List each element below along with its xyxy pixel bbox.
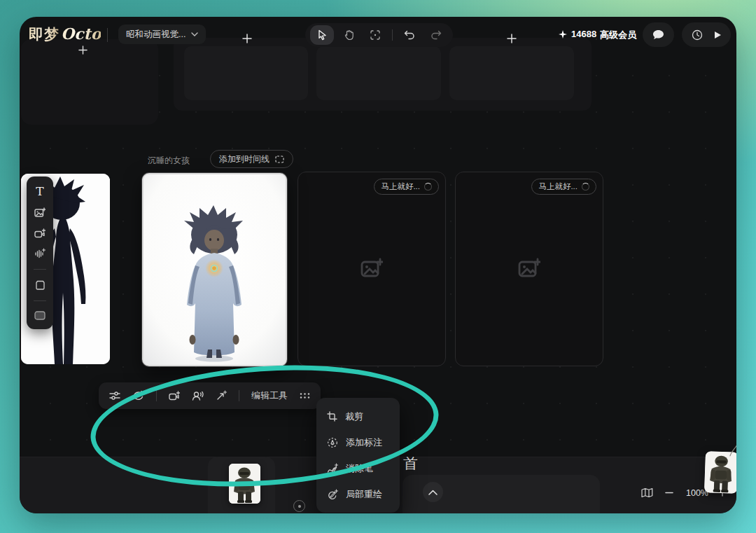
app-window: 即梦 Octo 昭和动画视觉... <box>20 17 736 513</box>
ghost-panel-top[interactable] <box>174 38 592 111</box>
add-node-button-left[interactable] <box>242 34 252 43</box>
text-tool-button[interactable]: T <box>36 186 43 198</box>
selection-action-toolbar: 编辑工具 <box>99 382 321 409</box>
map-icon <box>641 487 653 498</box>
menu-item-annotate[interactable]: 添加标注 <box>316 429 400 455</box>
image-to-video-button[interactable] <box>169 391 180 401</box>
generating-card[interactable]: 马上就好... <box>455 172 603 366</box>
add-to-timeline-button[interactable]: 添加到时间线 <box>210 150 293 168</box>
generating-badge-label: 马上就好... <box>538 181 578 192</box>
canvas-origin-marker <box>293 500 305 512</box>
plus-icon <box>242 34 252 43</box>
crop-icon <box>327 411 337 422</box>
pan-tool-button[interactable] <box>337 25 360 45</box>
image-placeholder-icon <box>518 258 540 280</box>
logo-cjk: 即梦 <box>29 25 59 44</box>
redo-icon <box>430 30 442 40</box>
more-options-button[interactable] <box>300 392 310 399</box>
ghost-slot <box>184 46 308 100</box>
membership-label[interactable]: 高级会员 <box>600 29 636 41</box>
timeline-frame-icon <box>275 155 284 163</box>
add-node-button-right[interactable] <box>507 34 517 43</box>
tools-divider <box>392 29 393 41</box>
project-selector[interactable]: 昭和动画视觉... <box>118 25 206 44</box>
menu-item-label: 局部重绘 <box>346 488 382 501</box>
app-logo: 即梦 Octo <box>29 25 101 44</box>
generating-badge: 马上就好... <box>374 179 439 195</box>
collapse-panel-button[interactable] <box>423 482 443 502</box>
add-to-timeline-label: 添加到时间线 <box>219 153 270 165</box>
add-audio-button[interactable] <box>34 248 46 259</box>
menu-item-label: 消除笔 <box>346 462 373 475</box>
topbar-divider <box>107 28 108 42</box>
chat-bubble-icon <box>652 29 664 40</box>
zoom-out-button[interactable] <box>665 492 673 494</box>
soldier-thumbnail-illustration <box>704 451 736 494</box>
toolbar-divider <box>156 390 157 401</box>
add-icon[interactable] <box>78 46 88 55</box>
menu-item-crop[interactable]: 裁剪 <box>316 403 400 429</box>
focus-icon <box>370 29 381 41</box>
sparkle-icon <box>559 30 567 39</box>
image-placeholder-icon <box>360 258 383 280</box>
minus-icon <box>665 492 673 494</box>
plus-icon <box>507 34 517 43</box>
chevron-up-icon <box>428 490 438 495</box>
annotate-icon <box>327 437 338 448</box>
redo-button[interactable] <box>424 25 448 45</box>
canvas-tools-pill <box>305 23 453 47</box>
select-tool-button[interactable] <box>310 25 334 45</box>
rail-divider <box>34 269 46 270</box>
minimap-button[interactable] <box>641 487 653 498</box>
edit-tools-menu: 裁剪 添加标注 消除笔 局部重绘 <box>316 398 400 513</box>
rail-divider <box>34 300 46 301</box>
menu-item-inpaint[interactable]: 局部重绘 <box>316 481 400 507</box>
spinner-icon <box>582 183 589 191</box>
menu-item-label: 裁剪 <box>345 410 363 423</box>
prompt-partial-text: 首 <box>403 454 418 473</box>
upscale-button[interactable] <box>216 390 227 401</box>
lip-sync-button[interactable] <box>192 390 204 401</box>
insert-tool-rail: T <box>27 176 53 329</box>
credits-counter[interactable]: 14688 <box>559 29 596 39</box>
ghost-slot <box>449 46 574 100</box>
eraser-pen-icon <box>327 463 338 474</box>
cursor-icon <box>317 29 328 41</box>
regenerate-button[interactable] <box>132 390 144 401</box>
project-selector-value: 昭和动画视觉... <box>126 29 186 41</box>
shape-tool-button[interactable] <box>35 279 46 291</box>
generating-badge-label: 马上就好... <box>381 181 420 192</box>
image-card-selected[interactable] <box>142 173 287 366</box>
menu-item-eraser[interactable]: 消除笔 <box>316 455 400 481</box>
ghost-card-top-left[interactable] <box>21 39 158 125</box>
sleeping-girl-illustration <box>144 174 286 365</box>
add-video-button[interactable] <box>34 228 46 238</box>
asset-thumbnail[interactable] <box>704 451 736 494</box>
play-icon[interactable] <box>714 31 722 39</box>
credits-value: 14688 <box>571 29 596 39</box>
antenna-decoration <box>729 442 736 457</box>
adjust-sliders-button[interactable] <box>109 391 120 401</box>
focus-frame-button[interactable] <box>363 25 387 45</box>
logo-latin: Octo <box>61 25 101 43</box>
history-play-pill <box>682 22 731 47</box>
generating-card[interactable]: 马上就好... <box>298 172 446 366</box>
feedback-button[interactable] <box>643 22 674 47</box>
edit-tools-label[interactable]: 编辑工具 <box>251 389 288 402</box>
inpaint-icon <box>327 489 338 500</box>
card-title: 沉睡的女孩 <box>148 155 190 167</box>
undo-icon <box>404 30 415 40</box>
generating-badge: 马上就好... <box>531 179 596 195</box>
ghost-slot <box>316 46 441 100</box>
frame-tool-button[interactable] <box>34 311 46 320</box>
soldier-thumbnail-illustration <box>229 464 260 504</box>
hand-icon <box>344 29 354 41</box>
chevron-down-icon <box>191 32 198 36</box>
reference-thumbnail[interactable] <box>229 464 260 504</box>
undo-button[interactable] <box>398 25 421 45</box>
history-clock-icon[interactable] <box>692 29 703 41</box>
menu-item-label: 添加标注 <box>346 436 382 449</box>
toolbar-divider <box>239 390 239 401</box>
add-image-button[interactable] <box>34 207 46 219</box>
spinner-icon <box>424 183 432 191</box>
